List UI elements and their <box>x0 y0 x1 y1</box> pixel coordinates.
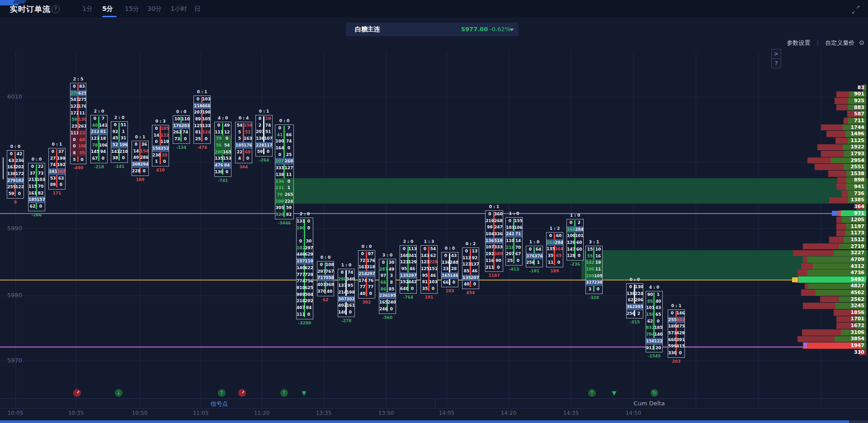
sell-volume-bar <box>807 157 831 164</box>
time-axis-label: 10:35 <box>62 410 90 416</box>
volume-profile-row: 4709 <box>0 257 866 263</box>
sell-volume-bar <box>817 144 843 151</box>
sell-volume-bar <box>836 230 845 237</box>
time-axis-label: 11:05 <box>187 410 214 416</box>
signal-tri-down-icon: ▼ <box>300 389 308 397</box>
sell-volume-bar <box>837 177 846 184</box>
volume-profile-row: 1197 <box>0 223 866 230</box>
volume-profile-row: 3106 <box>0 329 866 336</box>
time-axis-label: 10:50 <box>126 410 153 416</box>
volume-value: 4709 <box>850 257 864 263</box>
imbalance-header: 2 : 5 <box>71 77 86 81</box>
sell-volume-bar <box>835 98 848 104</box>
volume-value: 2562 <box>850 296 864 303</box>
signal-swirl-icon: ↻ <box>651 389 658 397</box>
volume-profile-row: 941 <box>0 184 866 190</box>
sell-volume-bar <box>805 283 808 290</box>
volume-profile-row: 1173 <box>0 230 866 237</box>
sell-volume-bar <box>821 124 843 131</box>
signal-gauge-icon <box>73 389 81 397</box>
volume-value: 1205 <box>850 217 864 223</box>
sell-volume-bar <box>844 118 848 124</box>
volume-value: 925 <box>854 98 864 104</box>
price-red-sliver <box>838 211 841 216</box>
volume-value: 4736 <box>850 270 864 276</box>
grid-hline <box>0 361 868 361</box>
volume-value: 3227 <box>850 250 864 256</box>
signal-panel-label[interactable]: 信号点 <box>192 400 246 408</box>
delta-footer: 203 <box>668 359 684 364</box>
volume-profile-row: 1385 <box>0 197 866 204</box>
volume-value: 1538 <box>850 171 864 177</box>
time-axis-label: 10:05 <box>2 410 29 416</box>
volume-value: 1922 <box>850 144 864 150</box>
volume-value: 883 <box>854 105 864 111</box>
sell-volume-bar <box>836 223 846 230</box>
volume-profile-row: 587 <box>0 111 866 117</box>
volume-profile-row: 736 <box>0 190 866 197</box>
cum-delta-panel-label[interactable]: Cum Delta <box>622 400 676 407</box>
volume-value: 364 <box>854 204 864 210</box>
volume-profile-row: 364 <box>0 204 866 210</box>
time-axis-label: 13:35 <box>310 410 337 416</box>
price-blue-badge <box>832 211 838 216</box>
volume-value: 1125 <box>850 138 864 144</box>
volume-profile-row: 711 <box>0 118 866 124</box>
sell-volume-bar <box>836 184 846 190</box>
volume-profile-row: 2551 <box>0 164 866 170</box>
sell-volume-bar <box>801 263 813 270</box>
sell-volume-bar <box>828 171 846 177</box>
footprint-chart-area[interactable]: 6010600059905980597010:0510:3510:5011:05… <box>0 0 868 423</box>
time-axis-label: 11:20 <box>248 410 275 416</box>
signal-up-icon: ↑ <box>588 389 596 397</box>
volume-profile-row: 1205 <box>0 217 866 223</box>
volume-profile-row: 2562 <box>0 296 866 303</box>
panel-divider-top <box>0 399 868 399</box>
time-axis-label: 14:35 <box>557 410 585 416</box>
sell-volume-bar <box>793 250 834 257</box>
volume-value: 5492 <box>850 276 864 283</box>
volume-profile-row: 1512 <box>0 237 866 243</box>
purple-marker <box>804 342 807 348</box>
volume-profile-row: 925 <box>0 98 866 104</box>
signal-up-icon: ↑ <box>218 389 226 397</box>
volume-value: 711 <box>854 118 864 124</box>
time-axis-label: 13:50 <box>373 410 400 416</box>
time-axis-label: 14:05 <box>433 410 460 416</box>
poc-yellow-marker <box>792 277 798 282</box>
volume-profile-row: 1538 <box>0 171 866 177</box>
volume-profile-row: 1672 <box>0 323 866 329</box>
volume-value: 83 <box>858 85 864 91</box>
volume-profile-row: 3227 <box>0 250 866 257</box>
volume-profile-row: 1744 <box>0 124 866 131</box>
sell-volume-bar <box>836 105 848 111</box>
volume-value: 971 <box>854 210 864 217</box>
volume-profile-row: 3245 <box>0 303 866 309</box>
volume-value: 2551 <box>850 164 864 170</box>
volume-profile-row: 1922 <box>0 144 866 151</box>
volume-profile-row: 330 <box>0 349 866 356</box>
scrollbar-strip-end <box>849 420 868 423</box>
volume-profile-row: 4827 <box>0 283 866 290</box>
signal-tri-down-icon: ▼ <box>610 389 618 397</box>
volume-value: 901 <box>854 91 864 97</box>
volume-profile-row: 1856 <box>0 309 866 316</box>
volume-value: 1512 <box>850 237 864 243</box>
scrollbar-strip[interactable] <box>0 420 849 423</box>
orderflow-app: 实时订单流 ? 1分 5分 15分 30分 1小时 日 ↗↙ 白糖主连 5977… <box>0 0 868 423</box>
volume-profile-row: 1701 <box>0 316 866 323</box>
volume-value: 1173 <box>850 230 864 236</box>
volume-profile-row: 4562 <box>0 290 866 296</box>
sell-volume-bar <box>836 91 849 98</box>
volume-profile-row: 1125 <box>0 138 866 144</box>
volume-profile-row: 883 <box>0 105 866 111</box>
volume-profile-row: 1496 <box>0 131 866 137</box>
sell-volume-bar <box>803 257 807 263</box>
volume-profile-row: 1793 <box>0 151 866 157</box>
sell-volume-bar <box>797 270 807 276</box>
volume-value: 3106 <box>850 329 864 336</box>
sell-volume-bar <box>797 336 835 342</box>
volume-profile-row: 83 <box>0 85 866 91</box>
volume-profile-row: 898 <box>0 177 866 184</box>
volume-value: 898 <box>854 177 864 183</box>
